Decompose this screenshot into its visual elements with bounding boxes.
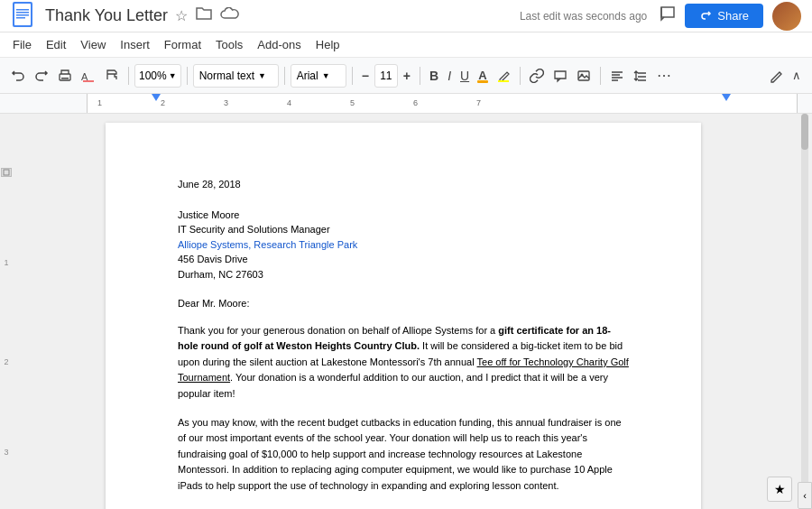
underline-button[interactable]: U: [457, 66, 473, 86]
letter-salutation: Dear Mr. Moore:: [178, 296, 629, 312]
document-page: June 28, 2018 Justice Moore IT Security …: [106, 123, 701, 509]
ruler-tick-4: 4: [287, 98, 291, 107]
menu-bar: File Edit View Insert Format Tools Add-o…: [0, 32, 812, 58]
letter-paragraph-1: Thank you for your generous donation on …: [178, 323, 629, 403]
paragraph-style-value: Normal text: [199, 69, 254, 82]
decrease-font-size-button[interactable]: −: [358, 66, 373, 86]
recipient-address2: Durham, NC 27603: [178, 267, 629, 282]
side-marker-1: 1: [4, 258, 8, 267]
font-size-value: 11: [380, 69, 392, 82]
more-icon: ⋯: [657, 67, 672, 84]
side-marker-2: 2: [4, 357, 8, 366]
font-control[interactable]: Arial ▼: [291, 64, 346, 88]
menu-edit[interactable]: Edit: [41, 36, 71, 53]
more-options-button[interactable]: ⋯: [653, 64, 676, 87]
svg-text:A: A: [81, 71, 88, 82]
paint-format-button[interactable]: [101, 66, 123, 86]
svg-rect-10: [578, 71, 589, 80]
svg-rect-9: [498, 80, 509, 82]
user-avatar[interactable]: [772, 2, 801, 31]
side-marker-3: 3: [4, 448, 8, 457]
print-button[interactable]: [54, 66, 76, 86]
ruler: 1 2 3 4 5 6 7: [0, 94, 812, 114]
editing-mode-button[interactable]: [765, 66, 787, 86]
font-value: Arial: [297, 69, 318, 82]
svg-rect-19: [4, 170, 9, 175]
menu-insert[interactable]: Insert: [115, 36, 155, 53]
increase-font-size-button[interactable]: +: [400, 66, 414, 86]
svg-rect-3: [16, 12, 29, 14]
scrollbar-track[interactable]: [801, 114, 808, 509]
ruler-tick-7: 7: [476, 98, 481, 107]
folder-icon[interactable]: [195, 6, 213, 25]
zoom-value: 100%: [139, 69, 167, 82]
main-area: 1 2 3 4 June 28, 2018 Justice Moore IT S…: [0, 114, 812, 509]
page-break-icon: [1, 168, 12, 177]
spellcheck-button[interactable]: A: [78, 66, 99, 86]
align-button[interactable]: [606, 66, 628, 86]
ruler-indent-marker[interactable]: [152, 94, 161, 103]
ruler-tick-1: 1: [97, 98, 102, 107]
star-feature-button[interactable]: ★: [767, 477, 792, 502]
highlight-color-button[interactable]: [493, 66, 514, 86]
bottom-controls: ★: [767, 477, 792, 502]
document-title[interactable]: Thank You Letter: [45, 6, 168, 25]
menu-view[interactable]: View: [75, 36, 111, 53]
zoom-control[interactable]: 100% ▼: [134, 64, 181, 88]
text-color-button[interactable]: A: [475, 66, 490, 85]
side-margin-bar: 1 2 3 4: [0, 114, 13, 509]
svg-rect-5: [16, 17, 25, 19]
insert-link-button[interactable]: [526, 66, 548, 86]
ruler-tick-2: 2: [161, 98, 165, 107]
svg-rect-4: [16, 14, 29, 16]
menu-help[interactable]: Help: [310, 36, 346, 53]
svg-rect-7: [61, 78, 69, 79]
letter-address: Justice Moore IT Security and Solutions …: [178, 208, 629, 282]
ruler-tick-6: 6: [413, 98, 418, 107]
docs-app-icon[interactable]: [11, 2, 36, 31]
menu-tools[interactable]: Tools: [210, 36, 248, 53]
recipient-address1: 456 Davis Drive: [178, 252, 629, 267]
toolbar: A 100% ▼ Normal text ▼ Arial ▼ − 11 + B …: [0, 58, 812, 94]
font-dropdown-icon[interactable]: ▼: [322, 71, 330, 80]
bold-button[interactable]: B: [426, 66, 442, 86]
chevron-up-icon: ∧: [792, 69, 801, 82]
svg-rect-2: [16, 9, 29, 11]
star-icon[interactable]: ☆: [175, 7, 188, 24]
comments-button[interactable]: [658, 4, 678, 28]
ruler-tick-5: 5: [350, 98, 355, 107]
line-spacing-button[interactable]: [630, 66, 651, 86]
scrollbar-thumb[interactable]: [801, 114, 808, 150]
insert-comment-button[interactable]: [549, 66, 571, 86]
title-icons: ☆: [175, 6, 240, 25]
insert-image-button[interactable]: [573, 66, 595, 86]
undo-button[interactable]: [7, 66, 29, 86]
sidebar-toggle-button[interactable]: ‹: [798, 482, 812, 509]
menu-file[interactable]: File: [7, 36, 37, 53]
redo-button[interactable]: [31, 66, 52, 86]
letter-paragraph-2: As you may know, with the recent budget …: [178, 415, 629, 495]
para1-pre: Thank you for your generous donation on …: [178, 325, 498, 336]
zoom-dropdown-icon[interactable]: ▼: [169, 71, 177, 80]
paragraph-style-icon[interactable]: ▼: [258, 71, 266, 80]
letter-date: June 28, 2018: [178, 177, 629, 193]
title-bar: Thank You Letter ☆ Last edit was seconds…: [0, 0, 812, 32]
right-scrollbar-area: [794, 114, 812, 509]
paragraph-style-control[interactable]: Normal text ▼: [193, 64, 279, 88]
ruler-tick-3: 3: [224, 98, 228, 107]
para1-end: . Your donation is a wonderful addition …: [178, 372, 608, 399]
recipient-name: Justice Moore: [178, 208, 629, 223]
recipient-company: Alliope Systems, Research Triangle Park: [178, 237, 629, 253]
last-edit-label: Last edit was seconds ago: [520, 10, 647, 23]
italic-button[interactable]: I: [444, 66, 455, 86]
ruler-right-marker[interactable]: [722, 94, 731, 103]
font-size-control[interactable]: 11: [374, 64, 398, 88]
svg-rect-6: [60, 74, 70, 80]
share-button[interactable]: Share: [685, 4, 763, 28]
menu-format[interactable]: Format: [159, 36, 207, 53]
recipient-title: IT Security and Solutions Manager: [178, 222, 629, 237]
cloud-icon[interactable]: [220, 7, 240, 25]
menu-addons[interactable]: Add-ons: [252, 36, 306, 53]
collapse-toolbar-button[interactable]: ∧: [789, 66, 805, 85]
document-scroll-area[interactable]: June 28, 2018 Justice Moore IT Security …: [13, 114, 794, 509]
